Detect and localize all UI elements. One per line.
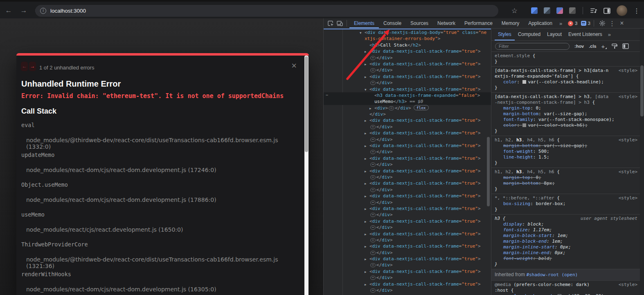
collapsed-content-icon[interactable]: ⋯ (370, 288, 376, 293)
expand-arrow-icon[interactable]: ▶ (365, 61, 369, 67)
devtools-menu-icon[interactable]: ⋮ (607, 20, 617, 27)
sidebar-tab-layout[interactable]: Layout (544, 29, 565, 40)
collapsed-content-icon[interactable]: ⋯ (370, 238, 376, 242)
devtools-settings-icon[interactable] (597, 20, 607, 27)
bookmark-star-icon[interactable]: ☆ (511, 7, 518, 15)
style-property[interactable]: color: var(--color-stack-headline); (495, 79, 637, 85)
style-property[interactable]: --color-background: rgb(28, 28, 30); (495, 293, 637, 295)
style-property[interactable]: font-family: var(--font-stack-monospace)… (495, 117, 637, 123)
shadow-root-link[interactable]: #shadow-root (open) (526, 272, 578, 277)
devtools-tab-application[interactable]: Application (524, 18, 557, 28)
rule-selector[interactable]: *, *::before, *::after { (495, 195, 637, 201)
tree-row-frame_close[interactable]: ⋯</div> (324, 55, 491, 61)
profile-avatar[interactable] (617, 5, 627, 16)
sidebar-tab-styles[interactable]: Styles (495, 29, 515, 40)
tree-row-frame_open[interactable]: ▶<div data-nextjs-call-stack-frame="true… (324, 231, 491, 237)
rule-origin-link[interactable]: <style> (619, 169, 637, 175)
sidebar-scrollbar[interactable] (640, 29, 644, 295)
extension-icon-3[interactable] (556, 7, 563, 14)
expand-arrow-icon[interactable]: ▶ (365, 168, 369, 174)
tree-row-frame_open[interactable]: ▶<div data-nextjs-call-stack-frame="true… (324, 48, 491, 54)
tree-row-frame_close[interactable]: ⋯</div> (324, 237, 491, 243)
stack-frame[interactable]: ThirdwebProviderCorenode_modules/@thirdw… (16, 240, 301, 270)
rule-origin-link[interactable]: <style> (619, 195, 637, 201)
rule-selector[interactable]: h1, h2, h3, h4, h5, h6 { (495, 169, 637, 175)
tree-row-frame_close[interactable]: ⋯</div> (324, 250, 491, 256)
rule-origin-link[interactable]: <style> (619, 68, 637, 74)
back-button[interactable]: ← (4, 7, 13, 15)
stack-frame[interactable]: Object.useMemonode_modules/react-dom/cjs… (16, 181, 301, 210)
expand-arrow-icon[interactable]: ▶ (365, 156, 369, 161)
tree-row-root_wrap[interactable]: xtjs-container-errors-body"> (324, 36, 491, 42)
tree-row-exp_open[interactable]: ▼<div data-nextjs-call-stack-frame="true… (324, 86, 491, 92)
collapsed-content-icon[interactable]: ⋯ (370, 163, 376, 167)
close-dialog-button[interactable]: × (291, 61, 297, 70)
stack-frame[interactable]: useMemonode_modules/react/cjs/react.deve… (16, 210, 301, 240)
collapsed-content-icon[interactable]: ⋯ (370, 125, 376, 129)
inspect-element-icon[interactable] (326, 19, 335, 27)
tree-row-h2_line[interactable]: <h2>Call Stack</h2> (324, 42, 491, 48)
tree-row-frame_close[interactable]: ⋯</div> (324, 224, 491, 230)
collapsed-content-icon[interactable]: ⋯ (370, 68, 376, 72)
tree-row-close_div[interactable]: </div> (324, 111, 491, 117)
rule-selector[interactable]: :host { (495, 288, 637, 293)
tree-row-frame_close[interactable]: ⋯</div> (324, 262, 491, 268)
style-property[interactable]: display: block; (495, 221, 637, 227)
style-property[interactable]: margin-bottom: var(--size-gap); (495, 143, 637, 149)
tree-row-h3_text[interactable]: useMemo</h3> == $0 (324, 98, 491, 105)
expand-arrow-icon[interactable]: ▶ (365, 269, 369, 275)
rule-origin-link[interactable]: <style> (619, 282, 637, 288)
expand-arrow-icon[interactable]: ▶ (365, 219, 369, 224)
collapsed-content-icon[interactable]: ⋯ (370, 201, 376, 205)
expand-arrow-icon[interactable]: ▼ (360, 30, 365, 36)
style-property[interactable]: margin-bottom: 8px; (495, 181, 637, 186)
tree-row-frame_open[interactable]: ▶<div data-nextjs-call-stack-frame="true… (324, 180, 491, 186)
sidebar-tab-event-listeners[interactable]: Event Listeners (565, 29, 606, 40)
tree-row-frame_open[interactable]: ▶<div data-nextjs-call-stack-frame="true… (324, 193, 491, 199)
rule-selector[interactable]: h1, h2, h3, h4, h5, h6 { (495, 137, 637, 143)
tree-row-frame_open[interactable]: ▶<div data-nextjs-call-stack-frame="true… (324, 61, 491, 67)
collapsed-content-icon[interactable]: ⋯ (370, 56, 376, 60)
devtools-tab-network[interactable]: Network (433, 18, 460, 28)
collapsed-content-icon[interactable]: ⋯ (370, 276, 376, 280)
tree-row-frame_open[interactable]: ▶<div data-nextjs-call-stack-frame="true… (324, 155, 491, 161)
collapsed-content-icon[interactable]: ⋯ (370, 213, 376, 217)
expand-arrow-icon[interactable]: ▶ (365, 256, 369, 262)
color-swatch[interactable] (522, 80, 526, 84)
tree-row-frame_open[interactable]: ▶<div data-nextjs-call-stack-frame="true… (324, 117, 491, 123)
style-property[interactable]: margin-inline-end: 0px; (495, 250, 637, 256)
tree-row-frame_open[interactable]: ▶<div data-nextjs-call-stack-frame="true… (324, 243, 491, 249)
tree-row-frame_close[interactable]: ⋯</div> (324, 199, 491, 206)
browser-menu-icon[interactable]: ⋮ (633, 7, 640, 15)
expand-arrow-icon[interactable]: ▶ (365, 206, 369, 212)
stack-frame[interactable]: evalnode_modules/@thirdweb-dev/react-cor… (16, 121, 301, 151)
sidebar-tab-computed[interactable]: Computed (515, 29, 544, 40)
toggle-element-state-button[interactable]: :hov (574, 44, 584, 49)
devtools-close-icon[interactable]: × (617, 20, 627, 27)
site-info-icon[interactable]: i (40, 8, 46, 14)
console-errors-badge[interactable]: × 3 (568, 21, 577, 26)
style-property[interactable]: margin-block-end: 1em; (495, 239, 637, 244)
expand-arrow-icon[interactable]: ▶ (365, 231, 369, 237)
tree-row-frame_open[interactable]: ▶<div data-nextjs-call-stack-frame="true… (324, 281, 491, 287)
stack-frame[interactable]: renderWithHooksnode_modules/react-dom/cj… (16, 270, 301, 295)
tree-row-root_open[interactable]: ▼<div data-nextjs-dialog-body="true" cla… (324, 29, 491, 36)
computed-sidebar-toggle-icon[interactable] (622, 43, 629, 49)
tree-row-frame_open[interactable]: ▶<div data-nextjs-call-stack-frame="true… (324, 130, 491, 136)
side-panel-icon[interactable] (603, 8, 610, 14)
devtools-tab-elements[interactable]: Elements (349, 18, 379, 28)
tree-row-frame_close[interactable]: ⋯</div> (324, 161, 491, 168)
sidebar-scrollbar-thumb[interactable] (640, 65, 644, 116)
element-classes-button[interactable]: .cls (589, 44, 596, 49)
expand-arrow-icon[interactable]: ▶ (365, 143, 369, 149)
collapsed-content-icon[interactable]: ⋯ (370, 251, 376, 255)
devtools-tab-sources[interactable]: Sources (406, 18, 433, 28)
tree-row-frame_open[interactable]: ▶<div data-nextjs-call-stack-frame="true… (324, 168, 491, 174)
rule-origin-link[interactable]: <style> (619, 94, 637, 100)
devtools-tab-performance[interactable]: Performance (460, 18, 497, 28)
style-property[interactable]: font-weight: bold; (495, 256, 637, 261)
style-property[interactable]: font-weight: 500; (495, 149, 637, 154)
styles-filter-input[interactable] (495, 43, 570, 50)
style-property[interactable]: margin-top: 0; (495, 105, 637, 111)
tree-row-frame_open[interactable]: ▶<div data-nextjs-call-stack-frame="true… (324, 74, 491, 80)
